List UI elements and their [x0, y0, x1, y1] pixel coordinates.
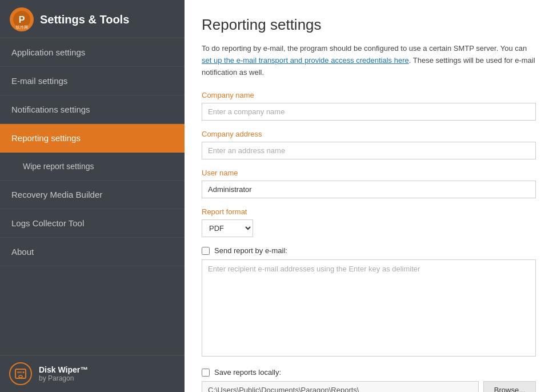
save-locally-checkbox[interactable]	[202, 369, 210, 377]
svg-text:P: P	[19, 15, 25, 25]
by-paragon: by Paragon	[39, 374, 88, 382]
send-report-row: Send report by e-mail:	[202, 246, 536, 255]
sidebar-item-recovery-media-builder[interactable]: Recovery Media Builder	[0, 181, 185, 209]
save-locally-section: Save reports locally: Browse...	[202, 368, 536, 392]
browse-button[interactable]: Browse...	[483, 381, 536, 392]
svg-rect-4	[15, 369, 26, 378]
save-path-input[interactable]	[202, 381, 479, 392]
save-locally-label: Save reports locally:	[214, 368, 281, 377]
app-logo: P 软件网	[9, 7, 34, 32]
sidebar-item-email-settings[interactable]: E-mail settings	[0, 67, 185, 95]
product-name: Disk Wiper™	[39, 365, 88, 374]
sidebar-item-reporting-settings[interactable]: Reporting settings	[0, 124, 185, 153]
main-content: Reporting settings To do reporting by e-…	[185, 0, 553, 392]
sidebar-item-wipe-report-settings[interactable]: Wipe report settings	[0, 153, 185, 181]
svg-point-7	[19, 375, 22, 378]
send-report-label: Send report by e-mail:	[214, 246, 287, 255]
sidebar-item-about[interactable]: About	[0, 238, 185, 266]
user-name-input[interactable]	[202, 181, 536, 198]
report-format-group: Report format PDF HTML XML	[202, 207, 536, 237]
sidebar-header: P 软件网 Settings & Tools	[0, 0, 185, 38]
report-format-select[interactable]: PDF HTML XML	[202, 219, 253, 237]
email-textarea-group	[202, 259, 536, 359]
svg-text:软件网: 软件网	[16, 25, 28, 29]
sidebar-item-app-settings[interactable]: Application settings	[0, 38, 185, 67]
email-recipients-textarea[interactable]	[202, 259, 536, 357]
disk-icon	[9, 362, 32, 385]
user-name-label: User name	[202, 169, 536, 177]
page-title: Reporting settings	[202, 16, 536, 34]
svg-point-6	[23, 371, 25, 373]
company-name-input[interactable]	[202, 103, 536, 121]
description: To do reporting by e-mail, the program s…	[202, 43, 536, 78]
sidebar-title: Settings & Tools	[40, 13, 129, 26]
company-address-input[interactable]	[202, 142, 536, 159]
sidebar-footer: Disk Wiper™ by Paragon	[0, 355, 185, 392]
smtp-link[interactable]: set up the e-mail transport and provide …	[202, 56, 409, 65]
nav-list: Application settings E-mail settings Not…	[0, 38, 185, 355]
description-text-1: To do reporting by e-mail, the program s…	[202, 44, 527, 53]
company-name-group: Company name	[202, 91, 536, 121]
sidebar-item-logs-collector-tool[interactable]: Logs Collector Tool	[0, 209, 185, 238]
sidebar: P 软件网 Settings & Tools Application setti…	[0, 0, 185, 392]
send-report-checkbox[interactable]	[202, 247, 210, 255]
report-format-label: Report format	[202, 207, 536, 216]
save-locally-row: Save reports locally:	[202, 368, 536, 377]
sidebar-item-notifications-settings[interactable]: Notifications settings	[0, 95, 185, 124]
company-address-group: Company address	[202, 130, 536, 159]
company-name-label: Company name	[202, 91, 536, 99]
path-row: Browse...	[202, 381, 536, 392]
user-name-group: User name	[202, 169, 536, 198]
company-address-label: Company address	[202, 130, 536, 138]
svg-rect-5	[17, 371, 22, 373]
footer-text: Disk Wiper™ by Paragon	[39, 365, 88, 382]
